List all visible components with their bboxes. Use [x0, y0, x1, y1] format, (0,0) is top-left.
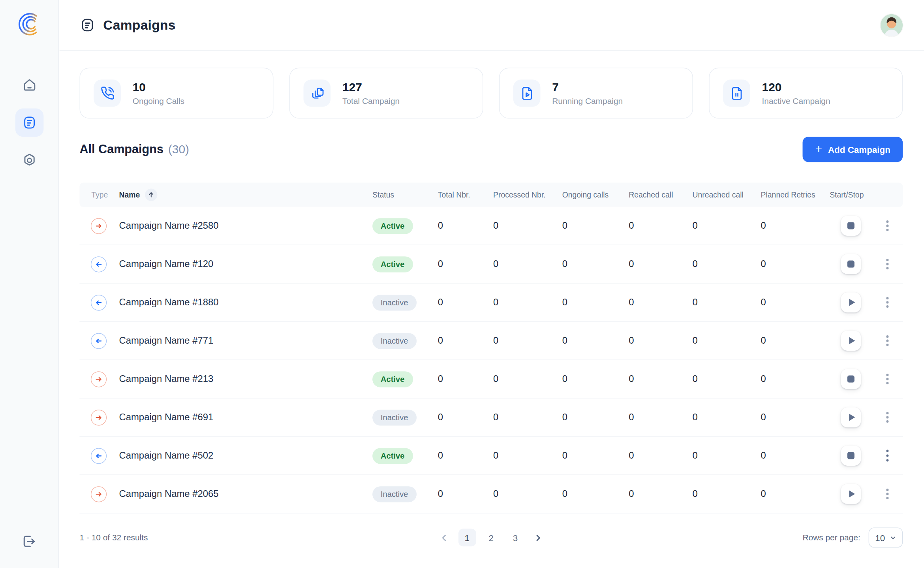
start-stop-button[interactable]: [841, 254, 861, 274]
start-stop-button[interactable]: [841, 407, 861, 427]
table-footer: 1 - 10 of 32 results 1 2 3 Rows per page…: [79, 528, 903, 548]
stat-card-ongoing-calls: 10 Ongoing Calls: [79, 68, 273, 118]
arrow-up-icon: [148, 192, 154, 198]
campaign-name: Campaign Name #502: [119, 450, 372, 461]
reached-call-value: 0: [629, 220, 692, 231]
row-menu-button[interactable]: [883, 409, 892, 426]
status-badge: Inactive: [372, 409, 416, 425]
unreached-call-value: 0: [692, 489, 761, 499]
stat-value: 120: [762, 81, 830, 94]
table-row: Campaign Name #120 Active 0 0 0 0 0 0: [79, 245, 903, 284]
total-nbr-value: 0: [438, 220, 493, 231]
column-header-reached: Reached call: [629, 190, 692, 199]
table-header-row: Type Name Status Total Nbr. Processed Nb…: [79, 183, 903, 207]
start-stop-button[interactable]: [841, 446, 861, 466]
table-row: Campaign Name #2065 Inactive 0 0 0 0 0 0: [79, 475, 903, 513]
previous-page-button[interactable]: [436, 530, 452, 545]
reached-call-value: 0: [629, 297, 692, 308]
section-title: All Campaigns: [79, 142, 163, 156]
planned-retries-value: 0: [761, 220, 830, 231]
stat-value: 10: [133, 81, 184, 94]
arrow-left-icon: [91, 448, 107, 463]
start-stop-button[interactable]: [841, 292, 861, 312]
user-avatar[interactable]: [880, 14, 903, 36]
start-stop-button[interactable]: [841, 369, 861, 389]
processed-nbr-value: 0: [493, 297, 562, 308]
page-button-3[interactable]: 3: [507, 529, 524, 547]
row-menu-button[interactable]: [883, 217, 892, 235]
page-button-2[interactable]: 2: [482, 529, 500, 547]
planned-retries-value: 0: [761, 489, 830, 499]
stop-icon: [847, 452, 854, 459]
total-nbr-value: 0: [438, 374, 493, 384]
row-menu-button[interactable]: [883, 446, 892, 465]
table-row: Campaign Name #1880 Inactive 0 0 0 0 0 0: [79, 284, 903, 322]
logout-icon: [21, 533, 37, 549]
row-menu-button[interactable]: [883, 332, 892, 350]
play-icon: [849, 491, 855, 498]
planned-retries-value: 0: [761, 259, 830, 269]
unreached-call-value: 0: [692, 220, 761, 231]
play-icon: [849, 337, 855, 344]
arrow-right-icon: [91, 409, 107, 425]
stat-card-total-campaign: 127 Total Campaign: [289, 68, 483, 118]
campaigns-icon: [21, 115, 37, 130]
reached-call-value: 0: [629, 374, 692, 384]
reached-call-value: 0: [629, 259, 692, 269]
start-stop-button[interactable]: [841, 484, 861, 504]
table-row: Campaign Name #771 Inactive 0 0 0 0 0 0: [79, 322, 903, 360]
processed-nbr-value: 0: [493, 220, 562, 231]
stat-label: Inactive Campaign: [762, 96, 830, 105]
status-badge: Inactive: [372, 486, 416, 502]
campaign-name: Campaign Name #691: [119, 412, 372, 423]
campaign-name: Campaign Name #2065: [119, 489, 372, 499]
next-page-button[interactable]: [531, 530, 546, 545]
status-badge: Active: [372, 371, 413, 387]
rows-per-page-select[interactable]: 10: [869, 528, 903, 548]
main-content: 10 Ongoing Calls 127 Total Campaign 7: [60, 51, 924, 568]
add-campaign-button[interactable]: + Add Campaign: [803, 136, 903, 162]
ongoing-calls-value: 0: [562, 259, 629, 269]
row-menu-button[interactable]: [883, 371, 892, 388]
row-menu-button[interactable]: [883, 485, 892, 503]
unreached-call-value: 0: [692, 412, 761, 423]
arrow-right-icon: [91, 486, 107, 502]
planned-retries-value: 0: [761, 450, 830, 461]
chevron-left-icon: [439, 533, 448, 542]
planned-retries-value: 0: [761, 412, 830, 423]
total-nbr-value: 0: [438, 489, 493, 499]
row-menu-button[interactable]: [883, 256, 892, 273]
phone-call-icon: [94, 79, 121, 107]
column-header-unreached: Unreached call: [692, 190, 761, 199]
column-header-name[interactable]: Name: [119, 189, 372, 201]
start-stop-button[interactable]: [841, 331, 861, 351]
ongoing-calls-value: 0: [562, 412, 629, 423]
file-pause-icon: [723, 79, 750, 107]
sort-ascending-button[interactable]: [145, 189, 158, 201]
unreached-call-value: 0: [692, 259, 761, 269]
campaign-name: Campaign Name #213: [119, 374, 372, 384]
sidebar-item-home[interactable]: [15, 71, 43, 99]
unreached-call-value: 0: [692, 450, 761, 461]
ongoing-calls-value: 0: [562, 450, 629, 461]
sidebar-item-settings[interactable]: [15, 146, 43, 175]
start-stop-button[interactable]: [841, 216, 861, 236]
logout-button[interactable]: [16, 528, 42, 554]
home-icon: [21, 77, 37, 92]
processed-nbr-value: 0: [493, 335, 562, 346]
app-window: Campaigns 10 Ongoin: [0, 0, 924, 568]
status-badge: Active: [372, 218, 413, 233]
planned-retries-value: 0: [761, 335, 830, 346]
stat-label: Total Campaign: [342, 96, 400, 105]
file-play-icon: [513, 79, 541, 107]
reached-call-value: 0: [629, 489, 692, 499]
arrow-left-icon: [91, 333, 107, 348]
column-header-status: Status: [372, 190, 438, 199]
table-row: Campaign Name #2580 Active 0 0 0 0 0 0: [79, 207, 903, 245]
page-button-1[interactable]: 1: [458, 529, 476, 547]
column-header-processed: Processed Nbr.: [493, 190, 562, 199]
row-menu-button[interactable]: [883, 294, 892, 311]
total-nbr-value: 0: [438, 412, 493, 423]
sidebar-item-campaigns[interactable]: [15, 109, 43, 137]
processed-nbr-value: 0: [493, 374, 562, 384]
